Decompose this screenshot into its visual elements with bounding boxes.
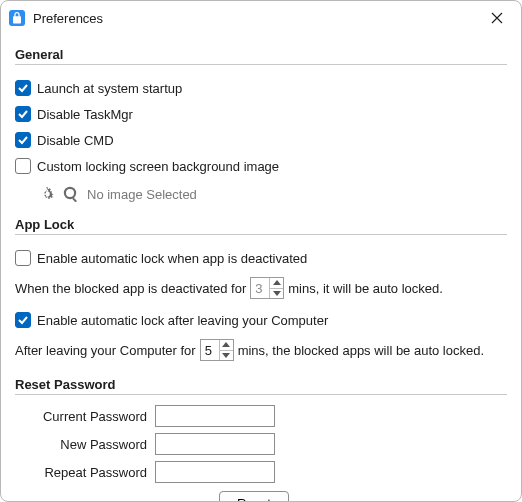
option-autolock-leave[interactable]: Enable automatic lock after leaving your… bbox=[15, 307, 507, 333]
input-new-password[interactable] bbox=[155, 433, 275, 455]
option-autolock-deactivated[interactable]: Enable automatic lock when app is deacti… bbox=[15, 245, 507, 271]
checkbox-disable-cmd[interactable] bbox=[15, 132, 31, 148]
section-header-reset: Reset Password bbox=[15, 377, 507, 392]
checkbox-autolock-leave[interactable] bbox=[15, 312, 31, 328]
spinner-deactivated-input[interactable] bbox=[251, 278, 269, 298]
checkbox-autolock-deactivated[interactable] bbox=[15, 250, 31, 266]
checkbox-disable-taskmgr[interactable] bbox=[15, 106, 31, 122]
label-launch-startup: Launch at system startup bbox=[37, 81, 182, 96]
spinner-up-icon[interactable] bbox=[220, 340, 233, 350]
magnifier-icon[interactable] bbox=[63, 186, 79, 202]
label-disable-cmd: Disable CMD bbox=[37, 133, 114, 148]
image-select-row: No image Selected bbox=[39, 179, 507, 209]
window-title: Preferences bbox=[33, 11, 483, 26]
text-post-2: mins, the blocked apps will be auto lock… bbox=[238, 343, 484, 358]
spinner-leave-mins[interactable] bbox=[200, 339, 234, 361]
svg-point-1 bbox=[66, 189, 74, 197]
label-current-password: Current Password bbox=[15, 409, 149, 424]
reset-button-row: Reset bbox=[15, 491, 507, 501]
sentence-leave-timeout: After leaving your Computer for mins, th… bbox=[15, 335, 507, 365]
reset-button[interactable]: Reset bbox=[219, 491, 289, 501]
text-pre-2: After leaving your Computer for bbox=[15, 343, 196, 358]
checkbox-custom-bg[interactable] bbox=[15, 158, 31, 174]
divider bbox=[15, 394, 507, 395]
option-launch-startup[interactable]: Launch at system startup bbox=[15, 75, 507, 101]
label-repeat-password: Repeat Password bbox=[15, 465, 149, 480]
checkbox-launch-startup[interactable] bbox=[15, 80, 31, 96]
close-button[interactable] bbox=[483, 4, 511, 32]
password-grid: Current Password New Password Repeat Pas… bbox=[15, 405, 507, 483]
spinner-down-icon[interactable] bbox=[220, 350, 233, 361]
section-header-applock: App Lock bbox=[15, 217, 507, 232]
option-disable-taskmgr[interactable]: Disable TaskMgr bbox=[15, 101, 507, 127]
text-pre-1: When the blocked app is deactivated for bbox=[15, 281, 246, 296]
spinner-leave-input[interactable] bbox=[201, 340, 219, 360]
option-disable-cmd[interactable]: Disable CMD bbox=[15, 127, 507, 153]
label-autolock-deactivated: Enable automatic lock when app is deacti… bbox=[37, 251, 307, 266]
label-autolock-leave: Enable automatic lock after leaving your… bbox=[37, 313, 328, 328]
spinner-up-icon[interactable] bbox=[270, 278, 283, 288]
label-custom-bg: Custom locking screen background image bbox=[37, 159, 279, 174]
image-status-text: No image Selected bbox=[87, 187, 197, 202]
divider bbox=[15, 234, 507, 235]
preferences-window: Preferences General Launch at system sta… bbox=[0, 0, 522, 502]
divider bbox=[15, 64, 507, 65]
input-current-password[interactable] bbox=[155, 405, 275, 427]
svg-rect-2 bbox=[72, 198, 77, 203]
gear-icon[interactable] bbox=[39, 186, 55, 202]
option-custom-bg[interactable]: Custom locking screen background image bbox=[15, 153, 507, 179]
section-header-general: General bbox=[15, 47, 507, 62]
app-lock-icon bbox=[9, 10, 25, 26]
text-post-1: mins, it will be auto locked. bbox=[288, 281, 443, 296]
input-repeat-password[interactable] bbox=[155, 461, 275, 483]
label-new-password: New Password bbox=[15, 437, 149, 452]
spinner-down-icon[interactable] bbox=[270, 288, 283, 299]
window-body: General Launch at system startup Disable… bbox=[1, 35, 521, 501]
sentence-deactivated-timeout: When the blocked app is deactivated for … bbox=[15, 273, 507, 303]
label-disable-taskmgr: Disable TaskMgr bbox=[37, 107, 133, 122]
spinner-deactivated-mins[interactable] bbox=[250, 277, 284, 299]
titlebar: Preferences bbox=[1, 1, 521, 35]
